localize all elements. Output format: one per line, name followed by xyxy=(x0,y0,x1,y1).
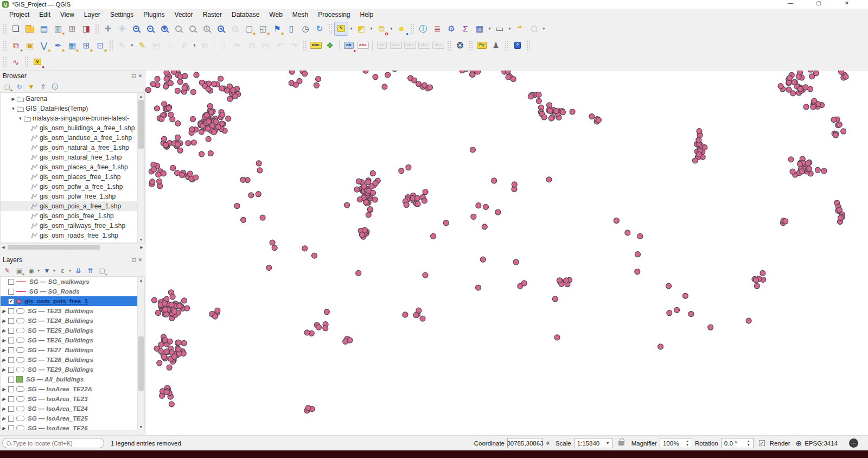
new-mesh-layer-button[interactable]: ⊞✶ xyxy=(79,39,93,53)
layer-item[interactable]: ▶SG — TE26_Buildings xyxy=(1,335,137,345)
search-tool-dropdown[interactable]: ▼ xyxy=(541,22,547,36)
minimize-button[interactable]: — xyxy=(784,0,796,6)
elevation-profile-button[interactable]: ∿ xyxy=(9,55,23,69)
new-spatial-bookmark-button[interactable]: ⚑✶ xyxy=(270,22,284,36)
filter-by-expression-button[interactable]: ε xyxy=(58,266,68,276)
help-contents-button[interactable]: ? xyxy=(510,39,525,53)
save-project-button[interactable]: ▤ xyxy=(37,22,51,36)
new-project-button[interactable]: ❏ xyxy=(9,22,23,36)
expander-icon[interactable]: ▼ xyxy=(17,116,24,121)
processing-toolbox-button[interactable]: ⚙ xyxy=(444,22,458,36)
current-edits-button[interactable]: ✎ xyxy=(115,39,129,53)
collapse-all-browser-button[interactable]: ⇑ xyxy=(38,82,48,92)
highlight-pinned-labels-button[interactable]: abc xyxy=(356,39,370,53)
layer-checkbox[interactable] xyxy=(8,357,14,363)
cut-features-button[interactable]: ✂ xyxy=(231,39,245,53)
pan-map-button[interactable]: ✚ xyxy=(101,22,115,36)
new-print-layout-button[interactable]: ▥✶ xyxy=(51,22,65,36)
menu-edit[interactable]: Edit xyxy=(34,10,55,20)
new-geopackage-layer-button[interactable]: ▣ xyxy=(23,39,37,53)
extents-icon[interactable]: ⌖ xyxy=(546,438,550,448)
filter-legend-button[interactable]: ▼ xyxy=(42,266,52,276)
scroll-up-icon[interactable]: ▲ xyxy=(138,93,144,99)
zoom-native-button[interactable]: 1 xyxy=(200,22,214,36)
menu-view[interactable]: View xyxy=(55,10,79,20)
vertex-editor-plugin-button[interactable]: ∨● xyxy=(30,55,44,69)
manage-map-themes-button[interactable]: ◉ xyxy=(26,266,36,276)
filter-by-expression-dropdown[interactable]: ▼ xyxy=(68,269,72,272)
expander-icon[interactable]: ▶ xyxy=(1,426,7,431)
add-feature-button[interactable]: ∴ xyxy=(163,39,177,53)
attribute-table-dropdown[interactable]: ▼ xyxy=(487,22,493,36)
measure-button[interactable]: ▭ xyxy=(493,22,507,36)
spinner-icon[interactable]: ▲▼ xyxy=(686,440,689,447)
rotate-label-button[interactable]: abc xyxy=(403,39,417,53)
layer-item[interactable]: ▶SG — TE24_Buildings xyxy=(1,316,137,326)
expander-icon[interactable]: ▶ xyxy=(1,309,7,314)
layer-item[interactable]: SG — SG_Roads xyxy=(1,287,137,296)
toolbar-handle[interactable] xyxy=(469,41,473,50)
tree-item[interactable]: gis_osm_places_a_free_1.shp xyxy=(1,162,137,172)
layer-checkbox[interactable] xyxy=(8,308,14,314)
identify-features-button[interactable]: ⓘ xyxy=(416,22,430,36)
zoom-in-button[interactable]: + xyxy=(129,22,143,36)
scroll-thumb[interactable] xyxy=(138,336,144,391)
measure-dropdown[interactable]: ▼ xyxy=(507,22,513,36)
tree-item[interactable]: ▶Garena xyxy=(1,94,137,104)
save-layer-edits-button[interactable]: ▤ xyxy=(149,39,163,53)
layer-checkbox[interactable] xyxy=(8,377,14,383)
pin-labels-button[interactable]: ab● xyxy=(342,39,356,53)
layer-item[interactable]: ▶SG — TE23_Buildings xyxy=(1,306,137,316)
magnifier-spinbox[interactable]: 100%▲▼ xyxy=(660,438,692,448)
map-canvas[interactable] xyxy=(145,71,868,435)
close-panel-button[interactable]: ✕ xyxy=(138,257,142,263)
toolbar-handle[interactable] xyxy=(3,57,7,67)
scroll-down-icon[interactable]: ▼ xyxy=(138,236,144,243)
tree-item[interactable]: gis_osm_places_free_1.shp xyxy=(1,172,137,182)
expander-icon[interactable]: ▶ xyxy=(1,387,7,392)
deselect-features-dropdown[interactable]: ▼ xyxy=(388,22,394,36)
layer-checkbox[interactable] xyxy=(8,289,14,295)
tree-item[interactable]: gis_osm_buildings_a_free_1.shp xyxy=(1,123,137,133)
coordinate-box[interactable]: 30785,30863 xyxy=(507,438,543,448)
toolbar-handle[interactable] xyxy=(505,41,508,50)
expander-icon[interactable]: ▶ xyxy=(1,319,7,323)
data-source-manager-button[interactable]: ⧉+ xyxy=(9,39,23,53)
show-spatial-bookmarks-button[interactable]: ▯ xyxy=(284,22,298,36)
locator-input[interactable] xyxy=(13,440,94,447)
statistical-summary-button[interactable]: Σ xyxy=(458,22,473,36)
search-tool-button[interactable] xyxy=(527,22,541,36)
scroll-right-icon[interactable]: ▶ xyxy=(138,245,145,250)
zoom-to-selection-button[interactable] xyxy=(171,22,186,36)
menu-layer[interactable]: Layer xyxy=(79,10,105,20)
redo-button[interactable]: ↷ xyxy=(287,39,301,53)
new-3d-map-view-button[interactable]: ◱✶ xyxy=(256,22,270,36)
add-group-button[interactable]: ▣+ xyxy=(14,266,24,276)
panel-splitter[interactable]: ······· xyxy=(0,251,145,255)
messages-button[interactable]: ⋯ xyxy=(849,438,858,448)
select-by-location-button[interactable]: ■● xyxy=(394,22,409,36)
layer-checkbox[interactable] xyxy=(8,279,14,285)
zoom-out-button[interactable]: − xyxy=(143,22,157,36)
refresh-map-button[interactable]: ↻ xyxy=(312,22,327,36)
crs-status[interactable]: EPSG:3414 xyxy=(805,440,838,447)
open-project-button[interactable] xyxy=(23,22,37,36)
toolbar-handle[interactable] xyxy=(25,57,28,67)
temporal-controller-button[interactable]: ◷ xyxy=(298,22,312,36)
show-hide-labels-button[interactable]: ab xyxy=(375,39,389,53)
vertex-tool-button[interactable]: ✐ xyxy=(177,39,192,53)
menu-plugins[interactable]: Plugins xyxy=(138,10,169,20)
show-layout-manager-button[interactable]: ⊞ xyxy=(65,22,79,36)
scroll-thumb[interactable] xyxy=(138,100,144,149)
toolbar-handle[interactable] xyxy=(448,41,451,50)
browser-horizontal-scrollbar[interactable]: ◀ ▶ xyxy=(0,243,145,251)
toolbar-handle[interactable] xyxy=(303,41,307,50)
manage-map-themes-dropdown[interactable]: ▼ xyxy=(37,269,40,272)
menu-web[interactable]: Web xyxy=(264,10,287,20)
toolbar-handle[interactable] xyxy=(329,24,332,34)
menu-raster[interactable]: Raster xyxy=(198,10,227,20)
menu-mesh[interactable]: Mesh xyxy=(288,10,313,20)
metasearch-button[interactable]: ❂ xyxy=(453,39,467,53)
zoom-to-layer-button[interactable] xyxy=(186,22,200,36)
layer-checkbox[interactable] xyxy=(8,328,14,334)
